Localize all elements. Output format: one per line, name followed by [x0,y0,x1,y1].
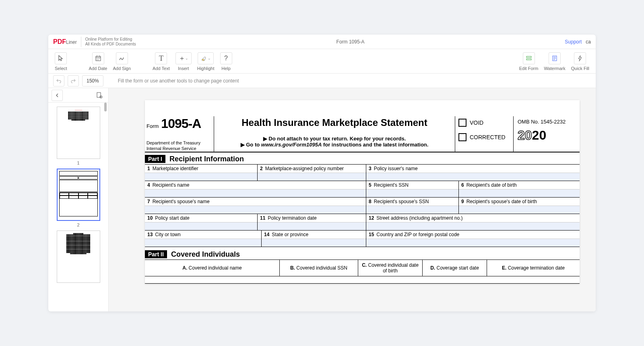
field-5-input[interactable] [366,189,458,197]
field-7-input[interactable] [145,206,366,214]
back-button[interactable] [52,90,63,101]
add-date-button[interactable]: Add Date [87,51,109,72]
logo: PDFLiner [53,38,77,45]
form-header-checkboxes: VOID CORRECTED [455,116,514,152]
select-button[interactable]: Select [53,51,69,72]
help-button[interactable]: ? Help [219,51,234,72]
help-icon: ? [220,52,232,64]
field-4-label: Recipient's name [153,182,190,188]
highlight-label: Highlight [197,66,215,71]
header-right: Support ca [565,39,591,45]
header-bar: PDFLiner Online Platform for Editing All… [48,35,596,49]
form-header-center: Health Insurance Marketplace Statement ▶… [214,116,455,152]
plus-icon: ＋ ⌄ [175,52,192,64]
hint-text: Fill the form or use another tools to ch… [118,78,239,84]
form-sub2: ▶ Go to www.irs.gov/Form1095A for instru… [218,142,451,148]
add-sign-button[interactable]: Add Sign [111,51,132,72]
svg-rect-11 [526,59,531,60]
quick-fill-button[interactable]: Quick Fill [570,51,591,72]
void-checkbox[interactable] [458,119,466,127]
add-text-button[interactable]: T Add Text [151,51,171,72]
corrected-checkbox[interactable] [458,133,466,141]
edit-form-button[interactable]: Edit Form [518,51,540,72]
add-text-label: Add Text [153,66,170,71]
field-14-label: State or province [272,232,308,237]
field-12-label: Street address (including apartment no.) [376,215,462,221]
edit-form-label: Edit Form [519,66,539,71]
signature-icon [116,52,128,64]
col-a: A. Covered individual name [145,260,280,276]
void-label: VOID [470,119,483,126]
thumbnail-2[interactable]: 2 [56,169,101,227]
void-checkbox-row: VOID [458,119,510,127]
corrected-label: CORRECTED [470,134,506,140]
form-title: Health Insurance Marketplace Statement [218,117,451,128]
field-12-input[interactable] [366,222,580,230]
tool-group-1: Select [53,51,69,72]
field-11-input[interactable] [258,222,366,230]
form-number: 1095-A [161,116,201,131]
thumbnail-1[interactable]: ━━━━━━━━━ ██████████████████████████████… [56,107,101,165]
dept-line2: Internal Revenue Service [147,146,214,151]
dept-line1: Department of the Treasury [147,140,214,146]
svg-point-18 [101,97,101,97]
add-date-label: Add Date [89,66,107,71]
field-13-label: City or town [155,232,180,237]
tagline-line2: All Kinds of PDF Documents [85,42,136,47]
field-2-label: Marketplace-assigned policy number [265,166,344,171]
field-2-input[interactable] [258,173,366,181]
svg-point-5 [97,58,97,59]
field-10-input[interactable] [145,222,257,230]
form-header-left: Form 1095-A Department of the Treasury I… [145,116,214,152]
highlight-button[interactable]: ⌄ Highlight [196,51,216,72]
sub-toolbar: 150% Fill the form or use another tools … [48,74,596,88]
field-9-input[interactable] [459,206,580,214]
thumbnail-3[interactable]: ████████████████████████████████████████… [56,231,101,283]
scrollbar[interactable] [104,103,107,311]
logo-main: PDF [53,38,66,45]
field-15-input[interactable] [366,239,580,247]
support-link[interactable]: Support [565,39,582,45]
part2-badge: Part II [145,250,167,258]
header-extra: ca [586,39,591,45]
field-4-input[interactable] [145,189,366,197]
cursor-icon [55,52,67,64]
part2-title: Covered Individuals [171,250,240,259]
field-8-label: Recipient's spouse's SSN [374,199,429,204]
field-6-input[interactable] [459,189,580,197]
field-8-input[interactable] [366,206,458,214]
field-1-input[interactable] [145,173,257,181]
help-label: Help [221,66,231,71]
field-11-label: Policy termination date [268,215,316,221]
field-14-input[interactable] [262,239,366,247]
field-9-label: Recipient's spouse's date of birth [466,199,537,204]
add-sign-label: Add Sign [113,66,131,71]
logo-separator [81,37,81,47]
select-label: Select [55,66,67,71]
tool-group-right: Edit Form Watermark Quick Fill [518,51,591,72]
logo-sub: Liner [66,39,77,45]
sidebar: ━━━━━━━━━ ██████████████████████████████… [48,88,109,311]
page-settings-button[interactable] [94,90,105,101]
field-15-label: Country and ZIP or foreign postal code [376,232,459,237]
svg-rect-16 [97,93,101,97]
part2-columns: A. Covered individual name B. Covered in… [145,260,580,276]
col-d: D. Coverage start date [423,260,487,276]
form-page: Form 1095-A Department of the Treasury I… [145,100,580,284]
field-13-input[interactable] [145,239,261,247]
part1-title: Recipient Information [169,155,244,163]
part1-grid: 1Marketplace identifier 2Marketplace-ass… [145,164,580,247]
redo-button[interactable] [68,75,79,86]
undo-button[interactable] [53,75,64,86]
watermark-button[interactable]: Watermark [542,51,567,72]
svg-point-7 [99,58,99,59]
insert-button[interactable]: ＋ ⌄ Insert [174,51,193,72]
highlighter-icon: ⌄ [198,52,214,64]
svg-point-6 [98,58,98,59]
page-viewer[interactable]: Form 1095-A Department of the Treasury I… [109,88,596,311]
zoom-level[interactable]: 150% [82,75,103,86]
field-3-input[interactable] [366,173,580,181]
calendar-icon [92,52,104,64]
field-10-label: Policy start date [155,215,189,221]
field-7-label: Recipient's spouse's name [153,199,210,204]
